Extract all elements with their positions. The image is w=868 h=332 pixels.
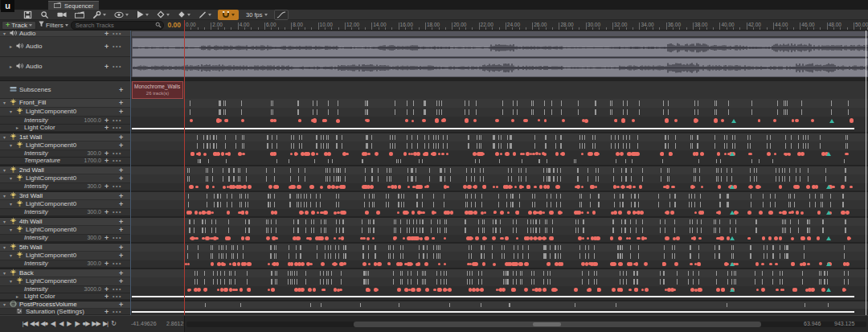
keyframe-tick[interactable] bbox=[243, 253, 244, 259]
keyframe-tick[interactable] bbox=[731, 279, 732, 285]
keyframe-tick[interactable] bbox=[400, 219, 401, 224]
keyframe-tick[interactable] bbox=[755, 227, 756, 233]
keyframe-tick[interactable] bbox=[845, 219, 845, 224]
keyframe-tick[interactable] bbox=[249, 219, 250, 224]
keyframe-dot[interactable] bbox=[227, 152, 231, 156]
keyframe-dot[interactable] bbox=[538, 153, 541, 155]
keyframe-dot[interactable] bbox=[525, 119, 528, 122]
keyframe-tick[interactable] bbox=[413, 100, 414, 106]
keyframe-tick[interactable] bbox=[219, 100, 220, 106]
keyframe-tick[interactable] bbox=[271, 279, 272, 285]
keyframe-tick[interactable] bbox=[665, 219, 665, 224]
keyframe-tick[interactable] bbox=[342, 143, 342, 149]
keyframe-tick[interactable] bbox=[228, 176, 229, 182]
ease-marker-teal[interactable] bbox=[826, 211, 831, 215]
keyframe-tick[interactable] bbox=[626, 271, 627, 276]
keyframe-dot[interactable] bbox=[768, 153, 771, 155]
keyframe-dot[interactable] bbox=[290, 185, 293, 188]
keyframe-tick[interactable] bbox=[240, 168, 240, 173]
keyframe-tick[interactable] bbox=[578, 168, 579, 173]
keyframe-tick[interactable] bbox=[588, 168, 588, 173]
keyframe-tick[interactable] bbox=[532, 194, 533, 199]
keyframe-tick[interactable] bbox=[511, 168, 512, 173]
keyframe-tick[interactable] bbox=[330, 253, 331, 259]
keyframe-tick[interactable] bbox=[313, 227, 314, 233]
keyframe-tick[interactable] bbox=[790, 227, 791, 233]
keyframe-tick[interactable] bbox=[339, 219, 340, 224]
keyframe-dot[interactable] bbox=[779, 236, 783, 240]
keyframe-tick[interactable] bbox=[424, 135, 425, 140]
keyframe-tick[interactable] bbox=[215, 219, 216, 224]
keyframe-tick[interactable] bbox=[411, 271, 411, 276]
add-section-button[interactable]: + bbox=[119, 141, 123, 150]
keyframe-tick[interactable] bbox=[425, 271, 426, 276]
keyframe-tick[interactable] bbox=[697, 219, 698, 224]
keyframe-tick[interactable] bbox=[557, 176, 558, 182]
timeline-row[interactable] bbox=[130, 174, 868, 183]
keyframe-tick[interactable] bbox=[543, 168, 544, 173]
keyframe-tick[interactable] bbox=[621, 227, 622, 233]
keyframe-tick[interactable] bbox=[782, 168, 783, 173]
keyframe-tick[interactable] bbox=[431, 227, 432, 233]
keyframe-tick[interactable] bbox=[362, 253, 363, 259]
keyframe-tick[interactable] bbox=[848, 279, 849, 285]
keyframe-tick[interactable] bbox=[560, 168, 561, 173]
keyframe-tick[interactable] bbox=[514, 245, 514, 250]
keyframe-dot[interactable] bbox=[450, 211, 453, 214]
keyframe-tick[interactable] bbox=[364, 279, 365, 285]
keyframe-dot[interactable] bbox=[194, 211, 198, 214]
keyframe-dot[interactable] bbox=[513, 152, 517, 156]
keyframe-tick[interactable] bbox=[663, 279, 664, 285]
keyframe-tick[interactable] bbox=[561, 100, 562, 106]
keyframe-dot[interactable] bbox=[480, 288, 484, 292]
keyframe-tick[interactable] bbox=[396, 159, 397, 163]
keyframe-tick[interactable] bbox=[675, 143, 676, 149]
keyframe-tick[interactable] bbox=[805, 135, 806, 140]
keyframe-tick[interactable] bbox=[526, 168, 526, 173]
keyframe-tick[interactable] bbox=[512, 202, 513, 207]
keyframe-tick[interactable] bbox=[208, 159, 209, 163]
keyframe-tick[interactable] bbox=[756, 176, 757, 182]
keyframe-dot[interactable] bbox=[634, 288, 638, 292]
keyframe-tick[interactable] bbox=[802, 279, 803, 285]
timeline-ruler[interactable]: 0.002.004.006.008.0010.0012.0014.0016.00… bbox=[185, 20, 868, 31]
keyframe-tick[interactable] bbox=[482, 227, 483, 233]
keyframe-dot[interactable] bbox=[516, 237, 518, 240]
keyframe-tick[interactable] bbox=[735, 135, 735, 140]
keyframe-tick[interactable] bbox=[301, 253, 301, 259]
keyframe-tick[interactable] bbox=[271, 100, 272, 106]
keyframe-tick[interactable] bbox=[297, 271, 297, 276]
tab-sequencer[interactable]: Sequencer bbox=[48, 1, 99, 10]
keyframe-tick[interactable] bbox=[747, 135, 748, 140]
keyframe-tick[interactable] bbox=[395, 143, 395, 149]
keyframe-tick[interactable] bbox=[638, 194, 639, 199]
filters-button[interactable]: Filters bbox=[39, 21, 68, 29]
keyframe-tick[interactable] bbox=[210, 143, 211, 149]
keyframe-tick[interactable] bbox=[343, 227, 344, 233]
keyframe-tick[interactable] bbox=[626, 143, 627, 149]
keyframe-dot[interactable] bbox=[800, 236, 804, 240]
keyframe-tick[interactable] bbox=[747, 143, 748, 149]
keyframe-tick[interactable] bbox=[699, 176, 700, 182]
keyframe-tick[interactable] bbox=[450, 168, 451, 173]
keyframe-dot[interactable] bbox=[433, 289, 436, 292]
keyframe-tick[interactable] bbox=[446, 279, 447, 285]
keyframe-tick[interactable] bbox=[770, 202, 771, 207]
timeline-row[interactable] bbox=[130, 269, 868, 277]
keyframe-tick[interactable] bbox=[690, 245, 691, 250]
keyframe-dot[interactable] bbox=[444, 237, 446, 240]
keyframe-dot[interactable] bbox=[446, 186, 449, 189]
keyframe-dot[interactable] bbox=[424, 262, 428, 266]
save-button[interactable] bbox=[19, 10, 36, 20]
keyframe-tick[interactable] bbox=[483, 168, 484, 173]
keyframe-tick[interactable] bbox=[658, 194, 659, 199]
keyframe-tick[interactable] bbox=[241, 194, 242, 199]
keyframe-dot[interactable] bbox=[368, 263, 371, 266]
keyframe-tick[interactable] bbox=[505, 279, 506, 285]
keyframe-tick[interactable] bbox=[611, 135, 612, 140]
range-field-right-1[interactable]: 943.125 bbox=[834, 321, 854, 326]
keyframe-tick[interactable] bbox=[610, 109, 611, 115]
keyframe-tick[interactable] bbox=[249, 227, 250, 233]
keyframe-tick[interactable] bbox=[438, 135, 439, 140]
keyframe-tick[interactable] bbox=[759, 159, 760, 163]
